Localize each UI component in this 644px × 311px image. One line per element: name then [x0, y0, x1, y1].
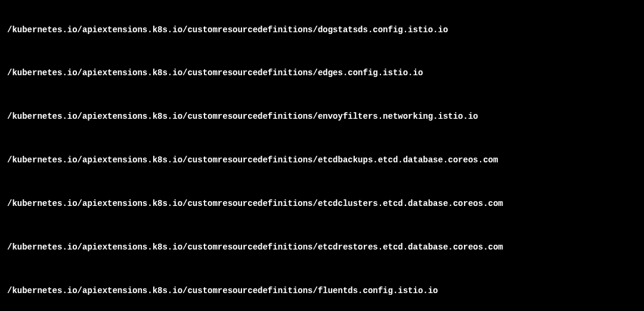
terminal-line: /kubernetes.io/apiextensions.k8s.io/cust…	[7, 199, 637, 209]
terminal-line: /kubernetes.io/apiextensions.k8s.io/cust…	[7, 25, 637, 35]
terminal-output: /kubernetes.io/apiextensions.k8s.io/cust…	[7, 5, 637, 311]
terminal-line: /kubernetes.io/apiextensions.k8s.io/cust…	[7, 68, 637, 78]
terminal-line: /kubernetes.io/apiextensions.k8s.io/cust…	[7, 112, 637, 122]
terminal-line: /kubernetes.io/apiextensions.k8s.io/cust…	[7, 286, 637, 296]
terminal-line: /kubernetes.io/apiextensions.k8s.io/cust…	[7, 155, 637, 165]
terminal-line: /kubernetes.io/apiextensions.k8s.io/cust…	[7, 242, 637, 253]
